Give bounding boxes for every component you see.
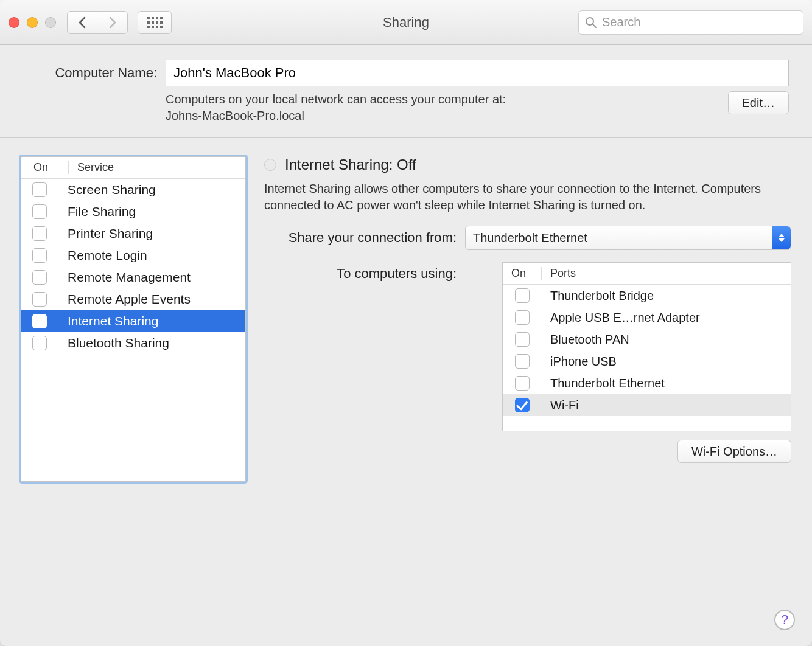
ports-header-on: On (503, 267, 542, 280)
port-checkbox[interactable] (515, 288, 530, 303)
port-label: Wi-Fi (542, 398, 579, 412)
grid-icon (147, 17, 163, 28)
service-checkbox[interactable] (32, 226, 47, 241)
service-checkbox[interactable] (32, 248, 47, 263)
services-header: On Service (21, 157, 245, 179)
wifi-options-button[interactable]: Wi-Fi Options… (677, 440, 791, 463)
service-label: Printer Sharing (68, 226, 153, 241)
service-row[interactable]: Bluetooth Sharing (21, 332, 245, 354)
service-label: Internet Sharing (68, 314, 158, 328)
port-row[interactable]: Bluetooth PAN (503, 328, 791, 350)
close-window-button[interactable] (9, 17, 19, 28)
port-label: Apple USB E…rnet Adapter (542, 311, 700, 325)
service-description: Internet Sharing allows other computers … (264, 181, 763, 214)
port-label: Thunderbolt Ethernet (542, 377, 665, 391)
ports-list[interactable]: On Ports Thunderbolt BridgeApple USB E…r… (502, 262, 791, 431)
service-label: Screen Sharing (68, 182, 156, 197)
to-computers-label: To computers using: (264, 262, 465, 282)
port-label: Bluetooth PAN (542, 333, 629, 347)
port-checkbox[interactable] (515, 354, 530, 369)
computer-name-subtext-2: Johns-MacBook-Pro.local (166, 108, 506, 124)
services-header-on: On (32, 161, 69, 174)
search-icon (585, 16, 597, 29)
service-checkbox[interactable] (32, 292, 47, 307)
service-row[interactable]: Internet Sharing (21, 310, 245, 332)
help-button[interactable]: ? (774, 610, 795, 630)
help-icon: ? (781, 612, 788, 628)
status-indicator-icon (264, 159, 276, 171)
service-checkbox[interactable] (32, 270, 47, 285)
service-label: Bluetooth Sharing (68, 336, 169, 350)
service-row[interactable]: Remote Apple Events (21, 288, 245, 310)
zoom-window-button[interactable] (45, 17, 56, 28)
service-row[interactable]: Remote Management (21, 266, 245, 288)
show-all-button[interactable] (138, 11, 172, 34)
services-list[interactable]: On Service Screen SharingFile SharingPri… (21, 156, 246, 482)
svg-point-0 (586, 18, 593, 25)
computer-name-section: Computer Name: Computers on your local n… (0, 45, 812, 138)
port-row[interactable]: iPhone USB (503, 350, 791, 372)
service-row[interactable]: Printer Sharing (21, 223, 245, 245)
service-label: Remote Management (68, 270, 191, 285)
ports-header-ports: Ports (542, 267, 576, 280)
search-placeholder: Search (602, 15, 640, 29)
computer-name-label: Computer Name: (23, 65, 157, 81)
service-label: Remote Apple Events (68, 292, 191, 307)
main-content: On Service Screen SharingFile SharingPri… (0, 138, 812, 496)
share-from-popup[interactable]: Thunderbolt Ethernet (465, 226, 791, 250)
ports-header: On Ports (503, 263, 791, 285)
forward-button[interactable] (97, 11, 128, 34)
port-checkbox[interactable] (515, 332, 530, 347)
port-row[interactable]: Apple USB E…rnet Adapter (503, 307, 791, 328)
chevron-left-icon (78, 16, 86, 29)
port-label: iPhone USB (542, 355, 617, 369)
titlebar: Sharing Search (0, 0, 812, 45)
port-row[interactable]: Wi-Fi (503, 394, 791, 416)
service-checkbox[interactable] (32, 314, 47, 328)
port-row[interactable]: Thunderbolt Ethernet (503, 372, 791, 394)
service-label: File Sharing (68, 204, 136, 219)
service-checkbox[interactable] (32, 182, 47, 197)
port-checkbox[interactable] (515, 310, 530, 325)
service-detail: Internet Sharing: Off Internet Sharing a… (264, 156, 791, 482)
service-row[interactable]: Remote Login (21, 245, 245, 266)
computer-name-field[interactable] (166, 60, 789, 86)
service-row[interactable]: Screen Sharing (21, 179, 245, 201)
service-checkbox[interactable] (32, 336, 47, 350)
computer-name-subtext-1: Computers on your local network can acce… (166, 91, 506, 108)
window-controls (9, 17, 56, 28)
service-checkbox[interactable] (32, 204, 47, 219)
share-from-value: Thunderbolt Ethernet (473, 231, 587, 245)
service-label: Remote Login (68, 248, 147, 263)
port-checkbox[interactable] (515, 376, 530, 391)
edit-computer-name-button[interactable]: Edit… (728, 91, 789, 114)
chevron-right-icon (108, 16, 117, 29)
share-from-label: Share your connection from: (264, 230, 465, 246)
port-label: Thunderbolt Bridge (542, 289, 654, 303)
back-button[interactable] (67, 11, 97, 34)
port-row[interactable]: Thunderbolt Bridge (503, 285, 791, 307)
services-header-service: Service (69, 161, 114, 174)
search-input[interactable]: Search (578, 10, 803, 35)
sharing-preferences-window: Sharing Search Computer Name: Computers … (0, 0, 812, 646)
port-checkbox[interactable] (515, 398, 530, 412)
popup-arrows-icon (772, 226, 791, 249)
service-row[interactable]: File Sharing (21, 201, 245, 223)
minimize-window-button[interactable] (27, 17, 38, 28)
svg-line-1 (593, 24, 596, 27)
service-status-title: Internet Sharing: Off (285, 156, 416, 173)
nav-buttons (67, 11, 128, 34)
